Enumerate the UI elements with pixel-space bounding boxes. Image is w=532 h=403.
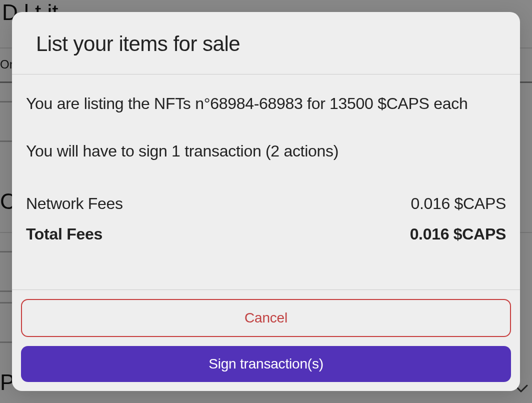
- modal-body: You are listing the NFTs n°68984-68983 f…: [12, 74, 520, 290]
- modal-title: List your items for sale: [36, 32, 496, 56]
- network-fees-value: 0.016 $CAPS: [410, 194, 506, 213]
- list-items-modal: List your items for sale You are listing…: [12, 12, 520, 391]
- modal-header: List your items for sale: [12, 12, 520, 74]
- transaction-summary-text: You will have to sign 1 transaction (2 a…: [26, 142, 506, 160]
- total-fees-label: Total Fees: [26, 225, 102, 244]
- total-fees-value: 0.016 $CAPS: [410, 225, 506, 244]
- sign-transactions-button[interactable]: Sign transaction(s): [21, 346, 511, 382]
- total-fees-row: Total Fees 0.016 $CAPS: [26, 225, 506, 244]
- network-fees-row: Network Fees 0.016 $CAPS: [26, 194, 506, 213]
- network-fees-label: Network Fees: [26, 194, 123, 213]
- listing-summary-text: You are listing the NFTs n°68984-68983 f…: [26, 94, 506, 113]
- cancel-button[interactable]: Cancel: [21, 299, 511, 337]
- modal-footer: Cancel Sign transaction(s): [12, 290, 520, 391]
